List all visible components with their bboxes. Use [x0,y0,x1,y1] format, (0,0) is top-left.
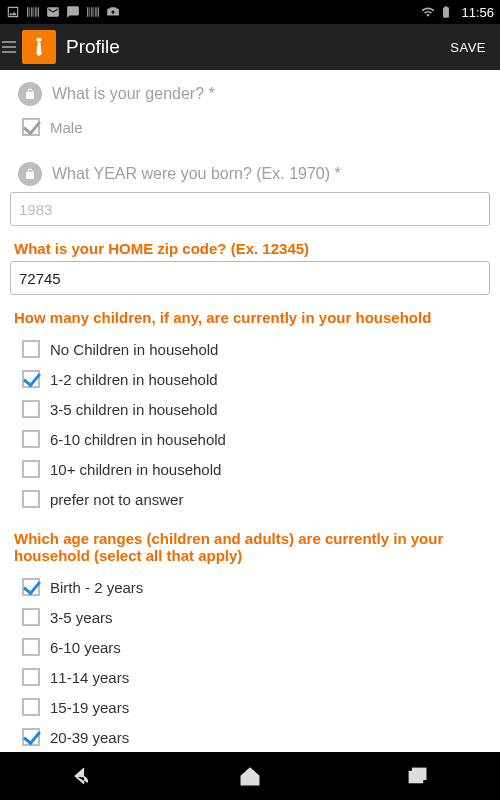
gender-answer-row: Male [0,112,500,144]
app-bar: Profile SAVE [0,24,500,70]
question-children-label: How many children, if any, are currently… [0,301,500,330]
checkbox-icon [22,608,40,626]
save-button[interactable]: SAVE [444,32,492,63]
checkbox-icon [22,490,40,508]
ages-option-label: Birth - 2 years [50,579,143,596]
children-option-label: 1-2 children in household [50,371,218,388]
wifi-icon [421,5,435,19]
checkbox-icon [22,578,40,596]
checkbox-icon [22,400,40,418]
home-icon[interactable] [237,763,263,789]
status-clock: 11:56 [461,5,494,20]
children-option-label: 3-5 children in household [50,401,218,418]
ages-option[interactable]: Birth - 2 years [0,572,500,602]
ages-option[interactable]: 11-14 years [0,662,500,692]
children-option[interactable]: 10+ children in household [0,454,500,484]
android-nav-bar [0,752,500,800]
android-status-bar: 11:56 [0,0,500,24]
children-option[interactable]: 1-2 children in household [0,364,500,394]
ages-option[interactable]: 6-10 years [0,632,500,662]
year-input [10,192,490,226]
children-option[interactable]: 6-10 children in household [0,424,500,454]
app-logo-icon [22,30,56,64]
children-option[interactable]: prefer not to answer [0,484,500,514]
ages-option[interactable]: 15-19 years [0,692,500,722]
image-icon [6,5,20,19]
battery-icon [439,5,453,19]
question-gender-label: What is your gender? * [52,85,215,103]
recents-icon[interactable] [404,763,430,789]
checkbox-icon [22,460,40,478]
status-left [6,5,120,19]
barcode2-icon [86,5,100,19]
status-right: 11:56 [421,5,494,20]
ages-option[interactable]: 20-39 years [0,722,500,752]
zip-input[interactable] [10,261,490,295]
children-option-label: 10+ children in household [50,461,221,478]
children-options: No Children in household1-2 children in … [0,330,500,522]
checkbox-icon [22,728,40,746]
svg-rect-2 [412,768,425,779]
nav-drawer-toggle[interactable] [2,30,56,64]
children-option[interactable]: 3-5 children in household [0,394,500,424]
lock-icon [18,162,42,186]
checkbox-icon [22,340,40,358]
gender-answer-label: Male [50,119,83,136]
checkbox-icon [22,370,40,388]
ages-option-label: 3-5 years [50,609,113,626]
checkbox-icon [22,668,40,686]
children-option-label: 6-10 children in household [50,431,226,448]
ages-option-label: 20-39 years [50,729,129,746]
question-year: What YEAR were you born? (Ex. 1970) * [0,144,500,192]
children-option-label: No Children in household [50,341,218,358]
ages-option-label: 15-19 years [50,699,129,716]
barcode-icon [26,5,40,19]
ages-options: Birth - 2 years3-5 years6-10 years11-14 … [0,568,500,752]
lock-icon [18,82,42,106]
children-option-label: prefer not to answer [50,491,183,508]
checkbox-icon [22,638,40,656]
checkbox-icon [22,698,40,716]
hamburger-icon [2,37,16,57]
mail-icon [46,5,60,19]
question-gender: What is your gender? * [0,70,500,112]
page-title: Profile [66,36,444,58]
question-year-label: What YEAR were you born? (Ex. 1970) * [52,165,341,183]
ages-option-label: 11-14 years [50,669,129,686]
playstore-icon [106,5,120,19]
back-icon[interactable] [70,763,96,789]
svg-point-0 [36,38,41,42]
checkbox-icon [22,430,40,448]
children-option[interactable]: No Children in household [0,334,500,364]
checkbox-icon [22,118,40,136]
question-zip-label: What is your HOME zip code? (Ex. 12345) [0,232,500,261]
ages-option[interactable]: 3-5 years [0,602,500,632]
question-ages-label: Which age ranges (children and adults) a… [0,522,500,568]
chat-icon [66,5,80,19]
profile-form: What is your gender? * Male What YEAR we… [0,70,500,752]
ages-option-label: 6-10 years [50,639,121,656]
